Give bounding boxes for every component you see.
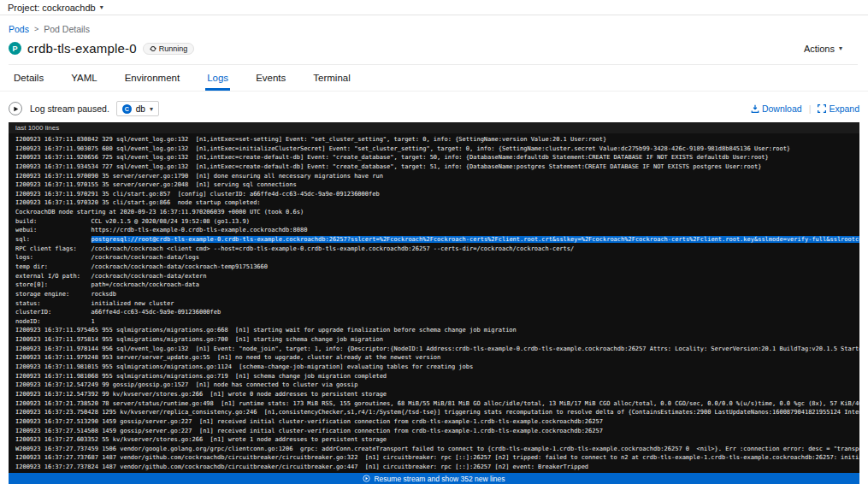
log-line: I200923 16:37:11.978144 956 sql/event_lo… [15, 345, 859, 354]
tab-events[interactable]: Events [254, 66, 287, 91]
breadcrumb-current: Pod Details [44, 24, 90, 34]
log-line: logs: /cockroach/cockroach-data/logs [15, 253, 859, 263]
log-line: store[0]: path=/cockroach/cockroach-data [15, 280, 859, 290]
header-divider [9, 64, 858, 65]
log-line: I200923 16:37:27.514508 1459 gossip/serv… [15, 427, 859, 436]
log-line: CockroachDB node starting at 2020-09-23 … [15, 208, 859, 217]
tab-terminal[interactable]: Terminal [311, 66, 351, 91]
download-link-label: Download [762, 103, 802, 114]
project-selector[interactable]: Project: cockroachdb ▾ [0, 0, 868, 15]
sync-icon [150, 45, 156, 52]
status-badge-label: Running [159, 44, 188, 53]
log-line: W200923 16:37:27.737459 1506 vendor/goog… [15, 445, 859, 454]
resume-play-icon [363, 475, 370, 482]
log-line: I200923 16:37:27.737824 1487 vendor/gith… [15, 463, 859, 472]
log-line: I200923 16:37:11.981068 955 sqlmigration… [15, 372, 859, 381]
log-line: I200923 16:37:23.750428 1295 kv/kvserver… [15, 408, 859, 417]
container-select[interactable]: C db ▾ [116, 101, 159, 116]
log-line: I200923 16:37:11.830842 329 sql/event_lo… [15, 135, 859, 145]
project-selector-label[interactable]: Project: cockroachdb [8, 3, 96, 13]
log-line: I200923 16:37:27.737687 1487 vendor/gith… [15, 453, 859, 463]
actions-dropdown[interactable]: Actions ▾ [804, 44, 842, 54]
log-line: I200923 16:37:11.981015 955 sqlmigration… [15, 363, 859, 372]
log-line-count-header: last 1000 lines [9, 122, 859, 133]
resume-stream-banner-label: Resume stream and show 352 new lines [374, 475, 505, 483]
log-line: I200923 16:37:11.903075 680 sql/event_lo… [15, 145, 859, 154]
log-line: nodeID: 1 [15, 317, 859, 327]
log-line: I200923 16:37:11.934534 727 sql/event_lo… [15, 162, 859, 172]
tab-logs[interactable]: Logs [205, 66, 230, 91]
log-line: webui: https://crdb-tls-example-0.crdb-t… [15, 226, 859, 235]
toolbar-separator: | [809, 103, 812, 114]
container-select-value: db [136, 104, 145, 114]
log-line: I200923 16:37:11.970291 35 cli/start.go:… [15, 190, 859, 199]
log-line: I200923 16:37:11.970320 35 cli/start.go:… [15, 198, 859, 208]
tab-yaml[interactable]: YAML [69, 66, 98, 91]
actions-dropdown-label: Actions [804, 44, 835, 54]
stream-status-text: Log stream paused. [30, 103, 109, 114]
tab-bar: Details YAML Environment Logs Events Ter… [0, 66, 868, 92]
pod-icon: P [9, 42, 21, 55]
log-toolbar: Log stream paused. C db ▾ Download | Exp… [9, 101, 859, 116]
log-line: I200923 16:37:27.603352 55 kv/kvserver/s… [15, 435, 859, 445]
log-line: I200923 16:37:12.547392 99 kv/kvserver/s… [15, 390, 859, 399]
resume-stream-banner[interactable]: Resume stream and show 352 new lines [9, 473, 859, 484]
play-icon [13, 106, 19, 112]
download-icon [751, 104, 759, 113]
log-line: I200923 16:37:11.970090 35 server/server… [15, 172, 859, 181]
page-title: crdb-tls-example-0 [27, 41, 137, 56]
log-viewer: last 1000 lines I200923 16:37:11.830842 … [9, 122, 859, 484]
status-badge: Running [143, 43, 195, 55]
breadcrumb-separator: > [34, 25, 38, 33]
chevron-down-icon: ▾ [839, 44, 842, 52]
log-line: I200923 16:37:11.920656 725 sql/event_lo… [15, 153, 859, 162]
breadcrumb: Pods > Pod Details [9, 24, 858, 34]
log-line: I200923 16:37:12.547249 99 gossip/gossip… [15, 381, 859, 390]
log-line: status: initialized new cluster [15, 299, 859, 309]
log-line: temp dir: /cockroach/cockroach-data/cock… [15, 263, 859, 272]
expand-link-label: Expand [829, 103, 859, 114]
page-title-row: P crdb-tls-example-0 Running Actions ▾ [9, 41, 858, 56]
chevron-down-icon: ▾ [100, 3, 103, 11]
log-lines: I200923 16:37:11.830842 329 sql/event_lo… [9, 133, 859, 481]
log-line: build: CCL v20.1.5 @ 2020/08/24 19:52:08… [15, 217, 859, 227]
log-line: I200923 16:37:11.975465 955 sqlmigration… [15, 326, 859, 335]
log-line: sql: postgresql://root@crdb-tls-example-… [15, 235, 859, 245]
breadcrumb-pods-link[interactable]: Pods [9, 24, 29, 34]
log-line: I200923 16:37:11.979248 953 server/serve… [15, 353, 859, 363]
log-line: I200923 16:37:11.970155 35 server/server… [15, 180, 859, 190]
log-line: clusterID: a66ffe4d-cc63-45dc-9a9e-09123… [15, 308, 859, 317]
resume-stream-button[interactable] [9, 102, 22, 115]
tab-details[interactable]: Details [12, 66, 45, 91]
expand-link[interactable]: Expand [818, 103, 859, 114]
log-line: RPC client flags: /cockroach/cockroach <… [15, 245, 859, 254]
container-icon: C [122, 104, 132, 114]
tab-environment[interactable]: Environment [123, 66, 182, 91]
chevron-down-icon: ▾ [150, 105, 153, 113]
log-line: I200923 16:37:11.975814 955 sqlmigration… [15, 335, 859, 345]
log-line: storage engine: rocksdb [15, 290, 859, 299]
expand-icon [818, 104, 826, 113]
download-link[interactable]: Download [751, 103, 802, 114]
log-line: external I/O path: /cockroach/cockroach-… [15, 272, 859, 281]
log-line: I200923 16:37:27.513290 1459 gossip/serv… [15, 417, 859, 427]
log-line: I200923 16:37:21.738520 78 server/status… [15, 399, 859, 409]
